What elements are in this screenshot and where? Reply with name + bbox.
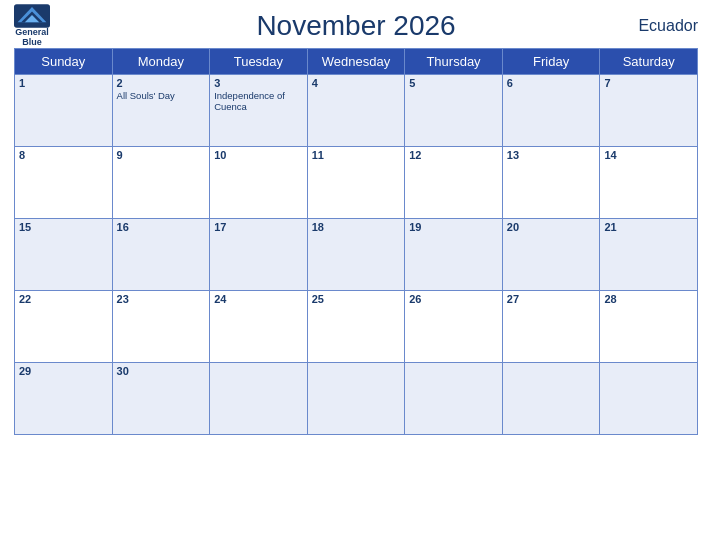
day-cell-14: 14 xyxy=(600,147,698,219)
day-number-18: 18 xyxy=(312,221,401,233)
day-number-9: 9 xyxy=(117,149,206,161)
day-cell-27: 27 xyxy=(502,291,600,363)
day-cell-13: 13 xyxy=(502,147,600,219)
header-monday: Monday xyxy=(112,49,210,75)
day-cell-9: 9 xyxy=(112,147,210,219)
day-cell-empty xyxy=(405,363,503,435)
day-cell-29: 29 xyxy=(15,363,113,435)
holiday-text-3: Independence of Cuenca xyxy=(214,90,303,113)
day-cell-5: 5 xyxy=(405,75,503,147)
day-number-26: 26 xyxy=(409,293,498,305)
day-number-29: 29 xyxy=(19,365,108,377)
day-number-23: 23 xyxy=(117,293,206,305)
week-row-5: 2930 xyxy=(15,363,698,435)
day-number-10: 10 xyxy=(214,149,303,161)
week-row-4: 22232425262728 xyxy=(15,291,698,363)
day-cell-25: 25 xyxy=(307,291,405,363)
days-header-row: Sunday Monday Tuesday Wednesday Thursday… xyxy=(15,49,698,75)
day-number-13: 13 xyxy=(507,149,596,161)
day-number-28: 28 xyxy=(604,293,693,305)
day-number-5: 5 xyxy=(409,77,498,89)
day-cell-21: 21 xyxy=(600,219,698,291)
day-cell-28: 28 xyxy=(600,291,698,363)
day-number-16: 16 xyxy=(117,221,206,233)
header-thursday: Thursday xyxy=(405,49,503,75)
header-tuesday: Tuesday xyxy=(210,49,308,75)
day-number-11: 11 xyxy=(312,149,401,161)
day-number-1: 1 xyxy=(19,77,108,89)
day-number-12: 12 xyxy=(409,149,498,161)
country-label: Ecuador xyxy=(638,17,698,35)
day-number-24: 24 xyxy=(214,293,303,305)
day-number-20: 20 xyxy=(507,221,596,233)
day-cell-26: 26 xyxy=(405,291,503,363)
week-row-1: 12All Souls' Day3Independence of Cuenca4… xyxy=(15,75,698,147)
day-cell-30: 30 xyxy=(112,363,210,435)
day-cell-1: 1 xyxy=(15,75,113,147)
header-saturday: Saturday xyxy=(600,49,698,75)
day-number-2: 2 xyxy=(117,77,206,89)
day-number-21: 21 xyxy=(604,221,693,233)
day-cell-20: 20 xyxy=(502,219,600,291)
day-cell-4: 4 xyxy=(307,75,405,147)
header-sunday: Sunday xyxy=(15,49,113,75)
day-cell-16: 16 xyxy=(112,219,210,291)
holiday-text-2: All Souls' Day xyxy=(117,90,206,101)
day-cell-15: 15 xyxy=(15,219,113,291)
day-number-6: 6 xyxy=(507,77,596,89)
day-number-14: 14 xyxy=(604,149,693,161)
day-number-30: 30 xyxy=(117,365,206,377)
day-number-8: 8 xyxy=(19,149,108,161)
day-cell-empty xyxy=(210,363,308,435)
day-cell-19: 19 xyxy=(405,219,503,291)
day-number-19: 19 xyxy=(409,221,498,233)
day-number-3: 3 xyxy=(214,77,303,89)
header-friday: Friday xyxy=(502,49,600,75)
day-cell-11: 11 xyxy=(307,147,405,219)
day-number-17: 17 xyxy=(214,221,303,233)
day-cell-10: 10 xyxy=(210,147,308,219)
logo-text: GeneralBlue xyxy=(15,28,49,48)
calendar-title: November 2026 xyxy=(256,10,455,42)
day-number-27: 27 xyxy=(507,293,596,305)
day-cell-empty xyxy=(600,363,698,435)
day-cell-2: 2All Souls' Day xyxy=(112,75,210,147)
day-number-25: 25 xyxy=(312,293,401,305)
day-cell-24: 24 xyxy=(210,291,308,363)
day-number-4: 4 xyxy=(312,77,401,89)
week-row-3: 15161718192021 xyxy=(15,219,698,291)
general-blue-logo: GeneralBlue xyxy=(14,4,50,48)
day-cell-empty xyxy=(502,363,600,435)
day-cell-12: 12 xyxy=(405,147,503,219)
day-number-15: 15 xyxy=(19,221,108,233)
day-cell-6: 6 xyxy=(502,75,600,147)
day-cell-empty xyxy=(307,363,405,435)
day-cell-3: 3Independence of Cuenca xyxy=(210,75,308,147)
calendar-header: GeneralBlue November 2026 Ecuador xyxy=(14,10,698,42)
calendar-grid: Sunday Monday Tuesday Wednesday Thursday… xyxy=(14,48,698,435)
day-number-7: 7 xyxy=(604,77,693,89)
calendar-container: GeneralBlue November 2026 Ecuador Sunday… xyxy=(0,0,712,550)
header-wednesday: Wednesday xyxy=(307,49,405,75)
day-cell-17: 17 xyxy=(210,219,308,291)
day-cell-18: 18 xyxy=(307,219,405,291)
day-cell-8: 8 xyxy=(15,147,113,219)
week-row-2: 891011121314 xyxy=(15,147,698,219)
day-cell-23: 23 xyxy=(112,291,210,363)
day-cell-22: 22 xyxy=(15,291,113,363)
day-number-22: 22 xyxy=(19,293,108,305)
day-cell-7: 7 xyxy=(600,75,698,147)
